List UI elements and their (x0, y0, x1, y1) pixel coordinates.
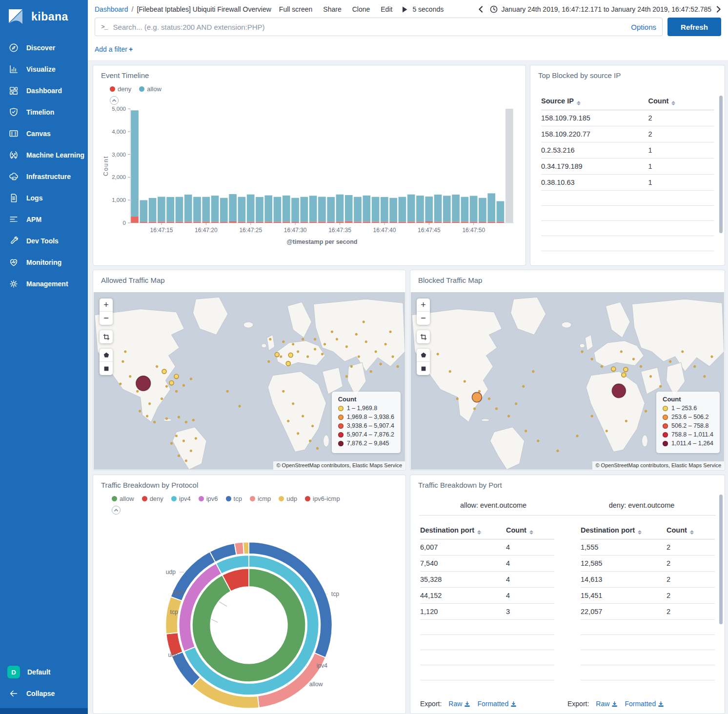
menu-item-edit[interactable]: Edit (381, 5, 392, 13)
timeline-bar-deny[interactable] (211, 222, 219, 223)
timeline-bar-allow[interactable] (497, 201, 505, 222)
map-point[interactable] (306, 356, 308, 357)
map-point[interactable] (287, 420, 289, 422)
map-point[interactable] (292, 403, 294, 405)
map-point[interactable] (488, 397, 490, 399)
timeline-bar-deny[interactable] (229, 221, 237, 223)
map-point[interactable] (601, 365, 603, 367)
timeline-bar-deny[interactable] (434, 222, 442, 223)
timeline-bar-allow[interactable] (301, 197, 308, 222)
timeline-bar-allow[interactable] (158, 197, 165, 221)
map-point[interactable] (268, 360, 270, 362)
map-point[interactable] (170, 442, 172, 444)
sidebar-item-canvas[interactable]: Canvas (0, 123, 88, 144)
timeline-bar-deny[interactable] (264, 221, 272, 223)
menu-item-full-screen[interactable]: Full screen (279, 5, 312, 13)
legend-item-allow[interactable]: allow (139, 85, 162, 93)
search-bar[interactable]: >_ Options (95, 18, 663, 36)
sidebar-item-timelion[interactable]: Timelion (0, 101, 88, 123)
timeline-bar-deny[interactable] (389, 222, 397, 223)
map-point[interactable] (153, 421, 155, 423)
time-back-button[interactable] (478, 6, 483, 13)
timeline-bar-deny[interactable] (443, 222, 451, 223)
sidebar-item-logs[interactable]: Logs (0, 187, 88, 209)
kibana-logo[interactable]: kibana (0, 0, 88, 37)
map-point[interactable] (606, 430, 607, 432)
map-point[interactable] (473, 408, 475, 410)
timeline-bar-allow[interactable] (416, 196, 424, 222)
column-header-destination-port[interactable]: Destination port (581, 522, 667, 539)
sort-icon[interactable] (529, 530, 533, 535)
map-point[interactable] (178, 455, 180, 456)
map-point[interactable] (148, 403, 150, 405)
timeline-bar-allow[interactable] (354, 197, 362, 222)
map-point[interactable] (321, 353, 323, 355)
map-point[interactable] (182, 440, 184, 442)
timeline-bar-allow[interactable] (487, 193, 495, 221)
timeline-bar-deny[interactable] (381, 222, 388, 223)
sidebar-item-management[interactable]: Management (0, 273, 88, 295)
map-point[interactable] (283, 340, 284, 342)
map-point[interactable] (392, 356, 394, 357)
timeline-bar-deny[interactable] (238, 222, 246, 223)
map-point[interactable] (632, 358, 634, 360)
map-point[interactable] (190, 450, 192, 452)
map-point[interactable] (380, 363, 382, 365)
timeline-bar-allow[interactable] (309, 196, 317, 221)
map-point[interactable] (659, 385, 661, 387)
map-point[interactable] (682, 351, 684, 353)
timeline-bar-allow[interactable] (166, 197, 174, 222)
timeline-bar-allow[interactable] (407, 195, 415, 222)
timeline-bar-allow[interactable] (443, 196, 451, 221)
map-point[interactable] (624, 367, 628, 372)
timeline-bar-allow[interactable] (283, 196, 290, 222)
map-point[interactable] (645, 410, 647, 412)
sunburst-segment-udp[interactable] (243, 542, 249, 554)
sidebar-item-dev-tools[interactable]: Dev Tools (0, 230, 88, 252)
timeline-bar-deny[interactable] (158, 221, 165, 223)
map-point[interactable] (288, 353, 293, 357)
time-range[interactable]: January 24th 2019, 16:47:12.171 to Janua… (502, 5, 711, 13)
legend-collapse-icon[interactable] (110, 96, 119, 105)
map-point[interactable] (165, 417, 167, 419)
map-point[interactable] (375, 351, 377, 353)
map-point[interactable] (309, 440, 311, 442)
table-scrollbar[interactable] (719, 495, 723, 624)
map-point[interactable] (523, 385, 525, 387)
map-point[interactable] (161, 397, 162, 399)
timeline-bar-allow[interactable] (318, 197, 326, 221)
timeline-bar-deny[interactable] (131, 217, 139, 223)
fit-data-bounds-button[interactable] (417, 330, 430, 343)
map-point[interactable] (292, 343, 294, 345)
map-bubble[interactable] (612, 384, 626, 397)
map-point[interactable] (324, 343, 325, 345)
map-point[interactable] (195, 437, 197, 439)
map-point[interactable] (389, 331, 391, 333)
timeline-bar-deny[interactable] (220, 222, 228, 223)
sort-icon[interactable] (477, 530, 481, 535)
sidebar-item-default-space[interactable]: D Default (0, 661, 88, 683)
map-point[interactable] (297, 351, 299, 353)
legend-item-allow[interactable]: allow (112, 495, 134, 502)
timeline-bar-deny[interactable] (247, 222, 255, 223)
timeline-bar-allow[interactable] (452, 195, 460, 222)
export-raw-link[interactable]: Raw (596, 700, 618, 708)
map-point[interactable] (190, 378, 192, 380)
timeline-bar-allow[interactable] (193, 197, 201, 222)
sunburst-segment-icmp[interactable] (234, 542, 243, 555)
map-point[interactable] (437, 353, 439, 355)
map-point[interactable] (280, 356, 282, 357)
map-point[interactable] (137, 390, 139, 392)
timeline-bar-deny[interactable] (425, 221, 433, 223)
timeline-bar-allow[interactable] (372, 197, 380, 222)
map-point[interactable] (478, 390, 480, 392)
legend-item-tcp[interactable]: tcp (226, 495, 242, 502)
map-point[interactable] (355, 333, 357, 335)
timeline-bar-allow[interactable] (140, 200, 147, 221)
add-filter-link[interactable]: Add a filter+ (95, 45, 133, 53)
timeline-bar-allow[interactable] (363, 196, 370, 222)
timeline-bar-allow[interactable] (264, 196, 272, 222)
map-point[interactable] (275, 353, 279, 357)
timeline-bar-allow[interactable] (345, 195, 353, 221)
timeline-bar-deny[interactable] (363, 221, 370, 223)
